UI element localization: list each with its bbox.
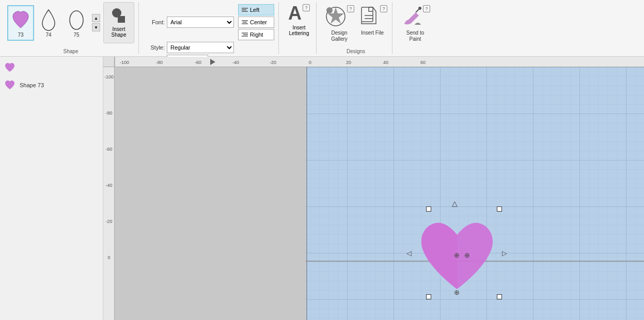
svg-rect-14 [362,7,373,22]
panel-item-heart-icon [4,79,15,91]
svg-text:-20: -20 [105,219,112,224]
main-area: Shape 73 -100 -80 -60 -40 -20 0 [0,57,644,320]
insert-lettering-button[interactable]: A ? InsertLettering [286,2,312,38]
svg-text:-100: -100 [104,74,114,79]
svg-point-13 [326,7,333,13]
send-to-paint-section: ? Send to Paint [396,2,435,54]
ruler-container: -100 -80 -60 -40 -20 0 20 40 60 -100 -80 [103,57,644,320]
shape-icon-74 [39,8,58,32]
svg-text:20: 20 [346,60,351,65]
canvas-area[interactable]: △ ◁ ▷ ⊕ ⊕ ⊕ [115,67,644,320]
shape-scroll-down[interactable]: ▼ [92,23,100,31]
designs-section-label: Designs [347,47,365,54]
style-label: Style: [146,44,165,51]
shape-icon-73 [11,8,30,32]
center-handle-right[interactable]: ⊕ [464,251,470,259]
insert-file-button[interactable]: ? Insert File [357,2,388,37]
insert-lettering-label: InsertLettering [289,25,309,36]
insert-lettering-icon: A [288,4,302,23]
rotate-handle[interactable]: △ [452,199,458,207]
font-label: Font: [146,19,165,25]
shape-icon-75 [67,8,86,32]
shape-num-74: 74 [45,32,51,38]
handle-right-arrow[interactable]: ▷ [502,249,507,257]
svg-text:0: 0 [309,60,311,65]
svg-rect-38 [115,67,306,320]
align-right-button[interactable]: Right [238,29,274,40]
h-ruler: -100 -80 -60 -40 -20 0 20 40 60 [115,57,644,67]
font-select[interactable]: Arial [167,17,234,28]
svg-text:-80: -80 [105,110,112,116]
insert-shape-icon [111,8,127,24]
insert-file-help[interactable]: ? [380,5,387,12]
insert-lettering-help[interactable]: ? [303,4,310,11]
svg-text:-40: -40 [105,183,112,188]
svg-line-17 [416,9,419,12]
svg-text:-60: -60 [105,147,112,152]
shape-scroll-up[interactable]: ▲ [92,14,100,22]
panel-heart-icon [4,62,15,73]
insert-lettering-section: A ? InsertLettering [282,2,317,54]
handle-left-arrow[interactable]: ◁ [406,249,412,257]
send-to-paint-help[interactable]: ? [423,5,430,12]
align-right-label: Right [250,31,263,38]
svg-text:-20: -20 [270,60,276,65]
lettering-section: Font: Arial Left Center [142,2,279,54]
svg-text:60: 60 [420,60,426,65]
handle-top-right[interactable] [497,206,502,212]
design-gallery-help[interactable]: ? [347,5,354,12]
send-to-paint-label: Send to Paint [402,30,429,42]
font-row: Font: Arial Left Center [146,4,274,40]
handle-bottom-right[interactable] [497,294,502,299]
design-gallery-icon [324,5,347,28]
shape-item-75[interactable]: 75 [63,5,90,41]
insert-shape-label: InsertShape [112,26,127,38]
align-center-label: Center [250,19,267,25]
send-to-paint-button[interactable]: ? Send to Paint [400,2,431,43]
design-gallery-button[interactable]: ? Design Gallery [324,2,355,43]
shape-list: 73 74 75 [7,2,134,43]
svg-rect-2 [118,16,125,23]
handle-top-left[interactable] [426,206,431,212]
toolbar: 73 74 75 [0,0,644,57]
svg-text:-100: -100 [120,60,129,65]
svg-text:-80: -80 [156,60,163,65]
shape-scroll: ▲ ▼ [92,14,100,31]
svg-text:40: 40 [383,60,388,65]
insert-file-label: Insert File [361,30,384,36]
panel-item-label: Shape 73 [20,82,44,88]
svg-point-18 [418,7,421,10]
panel-item-0[interactable]: Shape 73 [0,75,103,95]
shape-section: 73 74 75 [3,2,139,54]
insert-file-icon [357,5,380,28]
bottom-handle[interactable]: ⊕ [454,289,460,296]
panel-top [0,57,103,75]
align-buttons: Left Center Right [238,4,274,40]
style-select[interactable]: Regular [167,42,234,53]
svg-marker-20 [210,59,215,65]
style-row: Style: Regular [146,42,274,53]
align-left-button[interactable]: Left [238,4,274,15]
h-ruler-row: -100 -80 -60 -40 -20 0 20 40 60 [103,57,644,67]
content-row: -100 -80 -60 -40 -20 0 [103,67,644,320]
corner-box [103,57,115,67]
shape-item-73[interactable]: 73 [7,5,34,41]
svg-point-0 [70,11,83,29]
designs-section: ? Design Gallery [320,2,392,54]
svg-text:-40: -40 [232,60,239,65]
align-center-button[interactable]: Center [238,17,274,28]
insert-shape-button[interactable]: InsertShape [103,2,134,43]
shape-num-75: 75 [73,32,79,38]
handle-bottom-left[interactable] [426,294,431,299]
send-to-paint-icon [400,5,423,28]
svg-text:-60: -60 [195,60,201,65]
v-ruler: -100 -80 -60 -40 -20 0 [103,67,115,320]
heart-shape-container[interactable]: △ ◁ ▷ ⊕ ⊕ ⊕ [412,206,502,299]
shape-num-73: 73 [18,32,23,38]
move-handle[interactable]: ⊕ [454,251,460,259]
shape-section-label: Shape [64,47,78,54]
design-gallery-label: Design Gallery [326,30,353,42]
align-left-label: Left [250,7,259,13]
left-panel: Shape 73 [0,57,103,320]
shape-item-74[interactable]: 74 [35,5,62,41]
